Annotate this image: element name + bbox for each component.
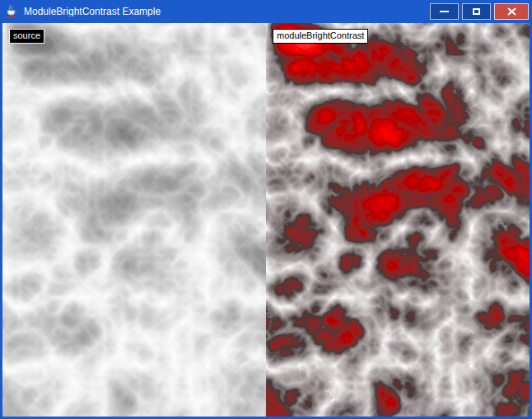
window-controls [430,3,529,20]
minimize-icon [440,11,449,12]
source-image [2,23,266,417]
window-title: ModuleBrightContrast Example [24,7,430,16]
titlebar[interactable]: ModuleBrightContrast Example [0,0,532,23]
app-window: ModuleBrightContrast Example [0,0,532,419]
java-coffee-cup-icon [5,5,18,19]
source-image-panel: source [2,23,266,417]
source-label: source [9,29,44,44]
close-button[interactable] [494,3,529,20]
result-image-panel: moduleBrightContrast [266,23,530,417]
maximize-icon [473,8,480,15]
minimize-button[interactable] [430,3,459,20]
result-image [266,23,530,417]
maximize-button[interactable] [462,3,491,20]
result-label: moduleBrightContrast [273,29,368,44]
close-x-icon [507,7,516,16]
content-area: source moduleBrightContrast [2,23,530,417]
